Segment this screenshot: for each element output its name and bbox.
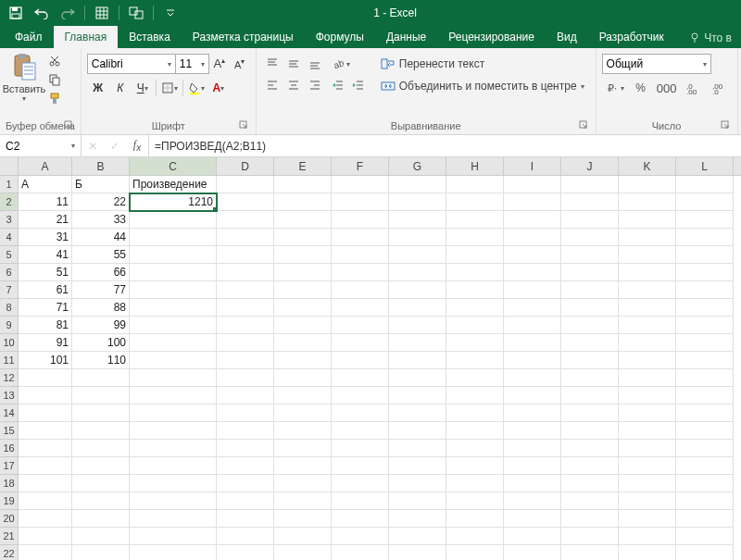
cell[interactable]: 91	[19, 334, 72, 352]
cell[interactable]	[504, 387, 561, 404]
cell[interactable]	[72, 457, 130, 475]
cell[interactable]	[561, 492, 619, 510]
cell[interactable]	[274, 299, 332, 317]
cell[interactable]	[274, 510, 332, 528]
cell[interactable]: 81	[19, 317, 72, 334]
cell[interactable]	[504, 264, 561, 281]
cancel-formula-button[interactable]: ✕	[82, 140, 104, 153]
cell[interactable]	[619, 545, 676, 560]
cell[interactable]	[389, 492, 446, 510]
column-header[interactable]: J	[561, 157, 619, 175]
cell[interactable]	[332, 193, 389, 211]
tab-вставка[interactable]: Вставка	[118, 26, 182, 48]
cell[interactable]	[561, 229, 619, 246]
cell[interactable]	[332, 545, 389, 560]
cell[interactable]	[130, 317, 217, 334]
cell[interactable]	[389, 264, 446, 281]
cell[interactable]	[389, 387, 446, 404]
row-header[interactable]: 12	[0, 369, 18, 387]
cell[interactable]	[332, 317, 389, 334]
cell[interactable]	[217, 457, 274, 475]
cell[interactable]	[446, 545, 504, 560]
cell[interactable]	[619, 369, 676, 387]
cell[interactable]	[389, 334, 446, 352]
row-header[interactable]: 4	[0, 229, 18, 246]
cell[interactable]	[504, 404, 561, 422]
tell-me[interactable]: Что в	[680, 28, 741, 48]
column-header[interactable]: C	[130, 157, 217, 175]
cell[interactable]	[619, 193, 676, 211]
row-header[interactable]: 22	[0, 545, 18, 560]
cell[interactable]: 66	[72, 264, 130, 281]
cell[interactable]	[72, 440, 130, 457]
cell[interactable]	[676, 281, 734, 299]
cell[interactable]	[619, 422, 676, 440]
cell[interactable]	[130, 211, 217, 229]
cell[interactable]	[332, 246, 389, 264]
cell[interactable]	[332, 281, 389, 299]
comma-format-button[interactable]: 000	[654, 78, 680, 98]
tab-данные[interactable]: Данные	[375, 26, 437, 48]
row-header[interactable]: 11	[0, 352, 18, 369]
qat-customize-button[interactable]	[158, 2, 182, 24]
row-header[interactable]: 10	[0, 334, 18, 352]
cell[interactable]	[504, 176, 561, 193]
cell[interactable]	[446, 387, 504, 404]
cell[interactable]	[217, 246, 274, 264]
cell[interactable]	[561, 264, 619, 281]
redo-button[interactable]	[56, 2, 80, 24]
cell[interactable]	[130, 246, 217, 264]
cell[interactable]	[217, 352, 274, 369]
decrease-decimal-button[interactable]: ,00,0	[706, 78, 732, 98]
cell[interactable]: 77	[72, 281, 130, 299]
dialog-launcher-icon[interactable]	[239, 120, 250, 131]
cell[interactable]	[130, 422, 217, 440]
cell[interactable]: 51	[19, 264, 72, 281]
cell[interactable]	[217, 334, 274, 352]
accounting-format-button[interactable]: ₽·▾	[602, 78, 628, 98]
cell[interactable]: 101	[19, 352, 72, 369]
cell[interactable]	[72, 404, 130, 422]
cell[interactable]	[274, 545, 332, 560]
cell[interactable]	[676, 334, 734, 352]
column-header[interactable]: H	[446, 157, 504, 175]
cell[interactable]: 31	[19, 229, 72, 246]
cell[interactable]: А	[19, 176, 72, 193]
cell[interactable]	[504, 281, 561, 299]
cell[interactable]	[332, 510, 389, 528]
cell[interactable]	[619, 246, 676, 264]
cell[interactable]	[619, 492, 676, 510]
cell[interactable]	[446, 404, 504, 422]
cell[interactable]	[676, 352, 734, 369]
column-header[interactable]: D	[217, 157, 274, 175]
cell[interactable]	[72, 387, 130, 404]
quick-pivot-button[interactable]	[124, 2, 148, 24]
cell[interactable]	[676, 211, 734, 229]
borders-button[interactable]: ▾	[158, 78, 181, 98]
cell[interactable]	[446, 352, 504, 369]
cell[interactable]	[619, 229, 676, 246]
cell[interactable]: 99	[72, 317, 130, 334]
cell[interactable]	[389, 281, 446, 299]
row-header[interactable]: 17	[0, 457, 18, 475]
cell[interactable]	[389, 352, 446, 369]
column-header[interactable]: A	[19, 157, 72, 175]
cell[interactable]	[389, 528, 446, 545]
row-header[interactable]: 7	[0, 281, 18, 299]
underline-button[interactable]: Ч▾	[132, 78, 154, 98]
cell[interactable]	[217, 422, 274, 440]
cell[interactable]	[676, 528, 734, 545]
cell[interactable]	[217, 264, 274, 281]
cell[interactable]	[446, 246, 504, 264]
row-header[interactable]: 6	[0, 264, 18, 281]
cell[interactable]	[274, 264, 332, 281]
cell[interactable]	[504, 475, 561, 492]
align-bottom-button[interactable]	[305, 54, 325, 74]
cell[interactable]	[619, 299, 676, 317]
cell[interactable]	[274, 317, 332, 334]
cell[interactable]	[446, 176, 504, 193]
cell[interactable]	[446, 528, 504, 545]
cell[interactable]	[676, 387, 734, 404]
cell[interactable]	[19, 440, 72, 457]
cell[interactable]	[19, 492, 72, 510]
